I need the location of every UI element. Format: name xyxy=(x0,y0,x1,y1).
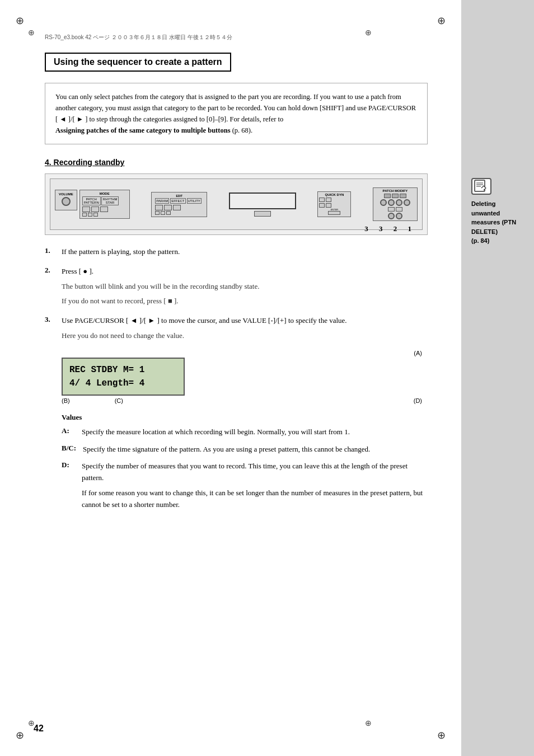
sidebar-note-page: (p. 84) xyxy=(471,237,489,244)
right-sidebar: Deleting unwanted measures (PTN DELETE) … xyxy=(461,0,534,756)
corner-crosshair-bl: ⊕ xyxy=(16,730,24,740)
step-3-number: 3. xyxy=(45,315,56,516)
step-1-text: If the pattern is playing, stop the patt… xyxy=(62,246,428,258)
value-key-a: A: xyxy=(62,426,75,438)
lcd-display: REC STDBY M= 1 4/ 4 Length= 4 xyxy=(62,358,185,396)
step-1: 1. If the pattern is playing, stop the p… xyxy=(45,246,428,258)
inner-crosshair-br: ⊕ xyxy=(365,719,372,728)
step-2-number: 2. xyxy=(45,266,56,307)
lcd-label-b: (B) xyxy=(62,397,70,404)
value-desc-bc: Specify the time signature of the patter… xyxy=(83,444,428,456)
value-item-d: D: Specify the number of measures that y… xyxy=(62,461,428,510)
step-3-text: Use PAGE/CURSOR [ ◄ ]/[ ► ] to move the … xyxy=(62,315,428,327)
diagram-numbers: 3 3 2 1 xyxy=(364,224,416,233)
info-text-1: You can only select patches from the cat… xyxy=(55,93,416,112)
step-3-sub1: Here you do not need to change the value… xyxy=(62,330,428,342)
note-icon-svg xyxy=(474,180,489,193)
values-title: Values xyxy=(62,413,428,422)
values-section: Values A: Specify the measure location a… xyxy=(62,413,428,511)
subsection-heading: 4. Recording standby xyxy=(45,158,428,167)
section-title: Using the sequencer to create a pattern xyxy=(54,57,222,67)
lcd-container: (A) REC STDBY M= 1 4/ 4 Length= 4 (B) (C… xyxy=(62,350,428,404)
step-2-sub1: The button will blink and you will be in… xyxy=(62,281,428,293)
value-item-a: A: Specify the measure location at which… xyxy=(62,426,428,438)
step-1-number: 1. xyxy=(45,246,56,258)
subsection-title: Recording standby xyxy=(54,158,125,167)
corner-crosshair-tl: ⊕ xyxy=(16,16,24,26)
value-desc-d: Specify the number of measures that you … xyxy=(82,461,428,510)
step-2-sub2: If you do not want to record, press [ ■ … xyxy=(62,295,428,307)
value-desc-a: Specify the measure location at which re… xyxy=(82,426,428,438)
lcd-line2: 4/ 4 Length= 4 xyxy=(69,377,177,390)
value-desc-d-1: Specify the number of measures that you … xyxy=(82,461,428,484)
page-number: 42 xyxy=(34,724,44,734)
device-diagram: VOLUME MODE PATCHPATTERN RHYTHMSTAR xyxy=(45,173,428,235)
subsection-number: 4. xyxy=(45,158,51,167)
info-text-2: [ ◄ ]/[ ► ] to step through the categori… xyxy=(55,115,283,123)
device-diagram-inner: VOLUME MODE PATCHPATTERN RHYTHMSTAR xyxy=(50,179,423,230)
lcd-label-c: (C) xyxy=(115,397,123,404)
step-2: 2. Press [ ● ]. The button will blink an… xyxy=(45,266,428,307)
lcd-label-a: (A) xyxy=(62,350,428,356)
sidebar-note: Deleting unwanted measures (PTN DELETE) … xyxy=(467,173,528,250)
page-meta: RS-70_e3.book 42 ページ ２００３年６月１８日 水曜日 午後１２… xyxy=(45,34,428,41)
section-title-box: Using the sequencer to create a pattern xyxy=(45,53,231,72)
step-2-text: Press [ ● ]. xyxy=(62,266,428,278)
sidebar-icon-img xyxy=(471,178,491,195)
info-text-3: (p. 68). xyxy=(231,126,253,134)
corner-crosshair-tr: ⊕ xyxy=(437,16,446,26)
inner-crosshair-tl: ⊕ xyxy=(28,28,35,37)
value-item-bc: B/C: Specify the time signature of the p… xyxy=(62,444,428,456)
step-3: 3. Use PAGE/CURSOR [ ◄ ]/[ ► ] to move t… xyxy=(45,315,428,516)
value-desc-d-2: If for some reason you want to change th… xyxy=(82,487,428,511)
value-key-d: D: xyxy=(62,461,75,510)
sidebar-note-text: Deleting unwanted measures (PTN DELETE) … xyxy=(471,199,524,246)
sidebar-note-title: Deleting unwanted measures (PTN DELETE) xyxy=(471,200,516,235)
value-key-bc: B/C: xyxy=(62,444,76,456)
sidebar-icon xyxy=(471,178,524,195)
corner-crosshair-br: ⊕ xyxy=(437,730,446,740)
lcd-labels-bottom: (B) (C) (D) xyxy=(62,397,428,404)
info-box: You can only select patches from the cat… xyxy=(45,83,428,144)
lcd-wrapper: REC STDBY M= 1 4/ 4 Length= 4 xyxy=(62,358,185,396)
lcd-line1: REC STDBY M= 1 xyxy=(69,363,177,377)
info-bold-text: Assigning patches of the same category t… xyxy=(55,126,231,134)
lcd-label-d: (D) xyxy=(414,397,428,404)
